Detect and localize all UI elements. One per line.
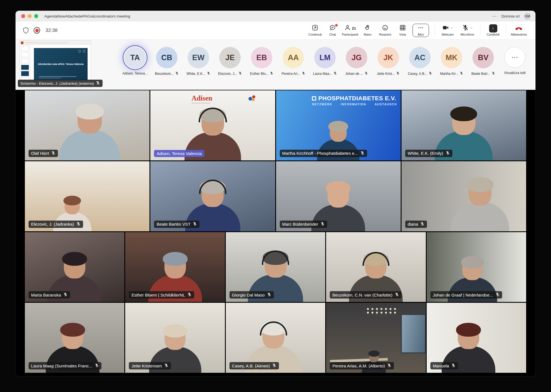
participant-avatar-casey-a-b[interactable]: ACCasey, A.B... [409,47,431,76]
participant-avatar-johan-de[interactable]: JGJohan de ... [346,47,368,76]
view-all-participants-button[interactable]: ⋯ Visualizza tutti [504,47,526,76]
video-tile-laura-maag-surr-nales-franc[interactable]: Laura Maag (Surrénales Franc... [25,303,124,373]
account-avatar[interactable]: GM [524,13,531,20]
avatar: AC [409,47,431,68]
toolbar-button-vista[interactable]: Vista [394,24,411,37]
participant-avatar-beuzekom[interactable]: CBBeuzekom... [156,47,178,76]
participant-avatar-white-e-k[interactable]: EWWhite, E.K... [187,47,209,76]
fullscreen-button[interactable] [34,14,38,18]
video-tile-manuela[interactable]: Manuela [427,303,526,373]
avatar: EW [188,47,209,68]
toolbar-separator [506,25,506,36]
toolbar-button-chat[interactable]: Chat [324,24,341,37]
headphones [363,252,389,266]
toolbar-button-reazioni[interactable]: Reazioni [376,24,394,37]
video-tile-casey-a-b-aimee[interactable]: Casey, A.B. (Aimee) [226,303,325,373]
chevron-down-icon[interactable] [449,26,453,31]
window-title: AgendaNowAttachedePAGs&coordinators meet… [44,14,130,18]
meeting-toolbar: 32:38 ContenutiChat21PartecipantiManoRea… [16,21,535,40]
hangup-icon [515,23,523,33]
office-window [401,314,426,353]
muted-mic-icon [96,81,100,86]
muted-mic-icon [207,71,210,76]
avatar: EB [251,47,272,68]
muted-mic-icon [420,222,424,227]
muted-mic-icon [95,363,99,368]
video-tile-esther-bloem-schildkliernl[interactable]: Esther Bloem | SchildklierNL [125,232,225,302]
video-tile-pereira-arias-a-m-alberto[interactable]: Pereira Arias, A.M. (Alberto) [326,303,426,373]
close-button[interactable] [21,14,25,18]
participant-name-label: Casey, A.B. (Aimee) [229,362,279,369]
toolbar-main-buttons: ContenutiChat21PartecipantiManoReazioniV… [306,24,432,37]
video-tile-adisen-teresa-valencia[interactable]: Adisen Adisen, Teresa Valencia [150,90,275,160]
hand-icon [364,24,371,32]
participant-avatar-beate-bart[interactable]: BVBeate Bart... [472,47,494,76]
participant-name-label: Marta Baranska [29,291,70,299]
minimize-button[interactable] [28,14,32,18]
avatar: LM [314,47,336,68]
meeting-timer: 32:38 [45,28,58,33]
video-tile-johan-de-graaf-nederlandse[interactable]: Johan de Graaf | Nederlandse... [427,232,526,302]
participant-avatar-esther-blo[interactable]: EBEsther Blo... [251,47,273,76]
video-tile-elezovic-j-jadranka[interactable]: Elezovic, J. (Jadranka) [25,161,149,231]
video-tile-diana[interactable]: diana [402,161,526,231]
slide-title: Introduction new ePAG: Teresa Valencia [35,63,86,66]
video-grid-row-3: Marta Baranska Esther Bloem | Schildklie… [25,232,526,302]
toolbar-button-microfono[interactable]: Microfono [457,24,477,37]
video-tile-olaf-hiort[interactable]: Olaf Hiort [25,90,149,160]
video-tile-beate-bart-s-vst[interactable]: Beate Bartès VST [150,161,275,231]
toolbar-button-altro[interactable]: Altro [413,24,429,37]
toolbar-button-partecipanti[interactable]: 21Partecipanti [341,24,359,37]
screen-share-thumbnail[interactable]: Introduction new ePAG: Teresa Valencia S… [19,41,91,88]
muted-mic-icon [451,363,455,368]
chevron-down-icon[interactable] [469,26,473,31]
screenshot-background: AgendaNowAttachedePAGs&coordinators meet… [0,0,551,392]
participant-avatar-laura-maa[interactable]: LMLaura Maa... [314,47,336,76]
titlebar-more-icon[interactable]: ⋯ [492,13,497,19]
participant-name-label: Beuzekom, C.N. van (Charlotte) [330,291,402,299]
participant-name-label: Esther Bloem | SchildklierNL [129,291,194,299]
participant-name-label: diana [405,221,427,228]
active-speaker-ring: TA [123,45,147,70]
toolbar-button-condividi[interactable]: ↑Condividi [483,24,503,37]
participant-avatar-pereira-ari[interactable]: AAPereira Ari... [282,47,304,76]
toolbar-button-abbandona[interactable]: Abbandona [509,24,529,37]
participant-count: 21 [352,26,356,31]
participant-name-label: Adisen, Teresa Valencia [154,150,204,157]
avatar: MK [441,47,462,68]
video-tile-marta-baranska[interactable]: Marta Baranska [25,232,124,302]
headphones [260,321,287,336]
headphones [199,180,227,194]
ellipsis-icon: ⋯ [504,47,525,68]
toolbar-button-webcam[interactable]: Webcam [438,24,457,37]
titlebar-right: ⋯ Domnia srl GM [492,11,531,21]
muted-mic-icon [365,71,368,76]
muted-mic-icon [492,71,495,76]
video-tile-white-e-k-emily[interactable]: White, E.K. (Emily) [402,90,526,160]
muted-mic-icon [175,71,179,76]
participant-avatar-jette-krist[interactable]: JKJette Krist... [377,47,399,76]
toolbar-button-contenuti[interactable]: Contenuti [306,24,324,37]
phosphatdiabetes-banner: PHOSPHATDIABETES E.V. NETZWERKINFORMATIO… [312,95,397,106]
micmuted-icon [462,24,469,32]
security-shield-icon[interactable] [22,27,29,34]
video-tile-marc-b-denbender[interactable]: Marc Büdenbender [276,161,401,231]
video-tile-jette-kristensen[interactable]: Jette Kristensen [125,303,225,373]
participant-avatar-martha-kir[interactable]: MKMartha Kir... [441,47,463,76]
recording-indicator-icon[interactable] [34,27,40,34]
grid-icon [399,24,406,32]
video-tile-beuzekom-c-n-van-charlotte[interactable]: Beuzekom, C.N. van (Charlotte) [326,232,426,302]
muted-mic-icon [63,292,68,297]
participant-avatar-elezovic-j[interactable]: JEElezovic, J... [219,47,241,76]
video-tile-martha-kirchhoff-phosphatdiabetes-e[interactable]: PHOSPHATDIABETES E.V. NETZWERKINFORMATIO… [276,90,401,160]
headphones [262,251,289,265]
participant-name-label: Marc Büdenbender [280,221,327,228]
video-tile-giorgio-dal-maso[interactable]: Giorgio Dal Maso [226,232,325,302]
toolbar-button-mano[interactable]: Mano [359,24,376,37]
toolbar-right: ContenutiChat21PartecipantiManoReazioniV… [306,24,529,37]
presentation-chrome [19,41,91,45]
participants-icon [344,24,351,32]
avatar: TA [124,47,146,68]
avatar: JE [219,47,241,68]
participant-avatar-adisen-teresa[interactable]: TAAdisen, Teresa... [124,47,146,76]
